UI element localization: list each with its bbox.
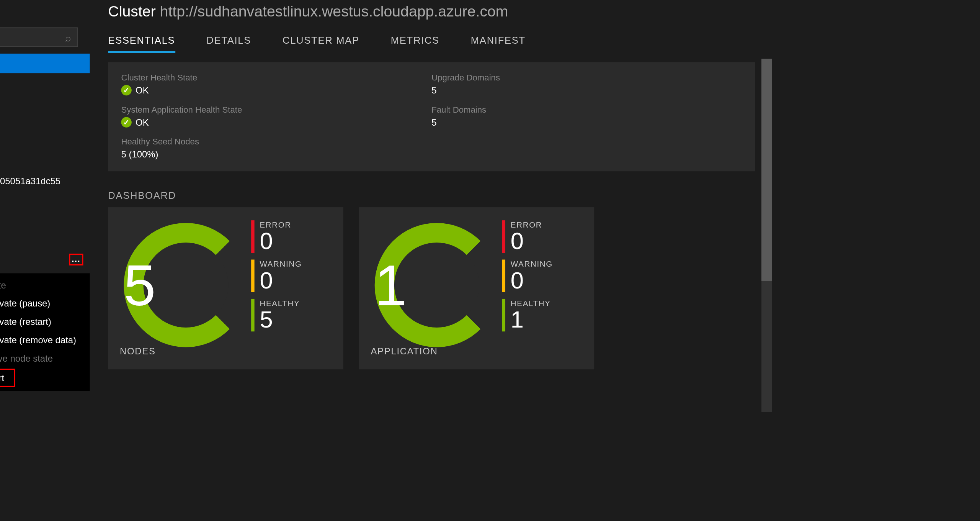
content-tabs: ESSENTIALS DETAILS CLUSTER MAP METRICS M… (108, 34, 777, 53)
dashboard-card-applications: 1 APPLICATION ERROR0 WARNING0 HEALTHY1 (359, 207, 594, 369)
tree-partition-guid[interactable]: ∨49f9e4e1-a6d4-e54b-888f-05051a31dc55 (0, 171, 90, 191)
tree-nodetype0[interactable]: ›_nodetype_0 (0, 230, 90, 250)
tree-azurevotefront[interactable]: ∨fabric:/Voting/azurevotefront (0, 152, 90, 171)
ok-icon: ✓ (121, 85, 131, 95)
essentials-panel: Cluster Health State ✓OK Upgrade Domains… (108, 62, 755, 171)
ctx-deactivate-remove[interactable]: Deactivate (remove data) (0, 331, 90, 349)
dashboard-title: DASHBOARD (108, 190, 777, 201)
tab-metrics[interactable]: METRICS (391, 34, 439, 53)
tree-fabric-voting[interactable]: ∨fabric:/Voting (0, 113, 90, 132)
tab-essentials[interactable]: ESSENTIALS (108, 34, 175, 53)
ctx-restart[interactable]: Restart (0, 369, 15, 387)
ctx-deactivate-pause[interactable]: Deactivate (pause) (0, 294, 90, 313)
tree-nodetype1[interactable]: ∨_nodetype_1… (0, 250, 90, 269)
ctx-activate: Activate (0, 276, 90, 294)
tree-applications[interactable]: ∨Applications (0, 73, 90, 93)
node-context-menu: Activate Deactivate (pause) Deactivate (… (0, 273, 90, 391)
sidebar: ✓OK ▲Warning ✕Error ⌕ ∨Cluster ∨Applicat… (0, 0, 90, 413)
node-actions-button[interactable]: … (69, 254, 83, 265)
tree-azurevoteback[interactable]: ›fabric:/Voting/azurevoteback (0, 132, 90, 152)
ok-icon: ✓ (121, 117, 131, 127)
tab-details[interactable]: DETAILS (206, 34, 251, 53)
tab-cluster-map[interactable]: CLUSTER MAP (283, 34, 359, 53)
dashboard-card-nodes: 5 NODES ERROR0 WARNING0 HEALTHY5 (108, 207, 343, 369)
tree-replica-nodetype1[interactable]: ·_nodetype_1 (0, 191, 90, 210)
page-title: Cluster http://sudhanvatestlinux.westus.… (108, 3, 777, 20)
tab-manifest[interactable]: MANIFEST (471, 34, 526, 53)
content-scrollbar[interactable] (761, 59, 772, 412)
search-cluster-input[interactable]: ⌕ (0, 28, 78, 47)
tree-votingtype[interactable]: ∨VotingType (0, 93, 90, 112)
ctx-remove-state: Remove node state (0, 349, 90, 367)
tree-cluster[interactable]: ∨Cluster (0, 54, 90, 73)
tree-nodes[interactable]: ∨Nodes (0, 211, 90, 230)
content-pane: Cluster http://sudhanvatestlinux.westus.… (90, 0, 777, 413)
ctx-deactivate-restart[interactable]: Deactivate (restart) (0, 313, 90, 331)
search-icon: ⌕ (65, 32, 71, 43)
